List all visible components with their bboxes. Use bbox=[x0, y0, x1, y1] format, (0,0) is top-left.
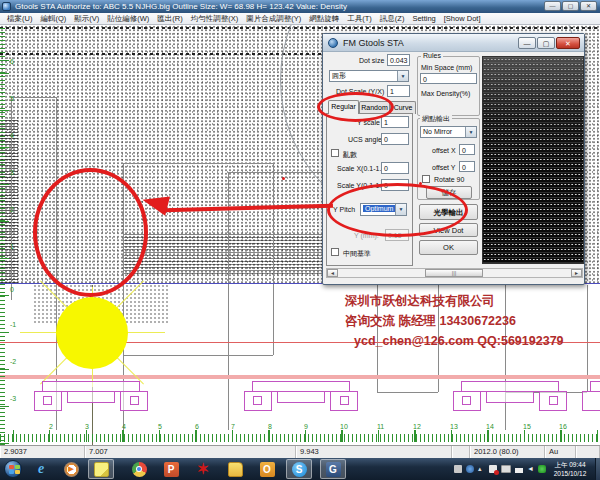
tray-briefcase-icon[interactable] bbox=[454, 465, 462, 473]
start-button[interactable] bbox=[4, 460, 22, 478]
taskbar-skype-icon[interactable]: S bbox=[286, 459, 312, 479]
dialog-titlebar[interactable]: FM Gtools STA — ▢ ✕ bbox=[323, 34, 584, 52]
menu-dot-rotate[interactable]: 網點旋轉 bbox=[305, 14, 343, 24]
taskbar-clock[interactable]: 上午 09:44 2015/10/12 bbox=[548, 460, 592, 478]
annotation-circle-regular-tab bbox=[317, 92, 394, 122]
tray-flag-icon[interactable] bbox=[489, 465, 497, 473]
cad-line bbox=[273, 163, 274, 355]
min-space-label: Min Space (mm) bbox=[421, 64, 472, 71]
menu-show-dot[interactable]: [Show Dot] bbox=[440, 14, 485, 23]
mirror-select[interactable]: No Mirror ▼ bbox=[420, 126, 477, 138]
ruler-number: 9 bbox=[304, 423, 308, 430]
ucs-angle-label: UCS angle bbox=[348, 136, 382, 143]
offset-y-input[interactable]: 0 bbox=[459, 161, 475, 172]
dialog-horizontal-scrollbar[interactable]: ◄ ||| ► bbox=[326, 268, 583, 278]
menu-info[interactable]: 訊息(Z) bbox=[376, 14, 409, 24]
cad-line bbox=[377, 392, 438, 393]
tray-volume-icon[interactable]: ◄ bbox=[527, 465, 534, 473]
taskbar-red-app-icon[interactable]: ✶ bbox=[190, 459, 216, 479]
ruler-number: -1 bbox=[10, 321, 16, 328]
taskbar-internet-explorer-icon[interactable]: e bbox=[28, 459, 54, 479]
vendor-company: 深圳市跃创达科技有限公司 bbox=[345, 291, 564, 311]
left-ruler-major-ticks bbox=[0, 25, 9, 445]
ucs-angle-input[interactable]: 0 bbox=[381, 133, 409, 145]
tray-help-icon[interactable] bbox=[466, 465, 474, 473]
y-scale-input[interactable]: 1 bbox=[381, 116, 409, 128]
ruler-number: 12 bbox=[413, 423, 421, 430]
cad-line bbox=[11, 97, 56, 98]
ruler-number: 11 bbox=[377, 423, 384, 430]
menu-view[interactable]: 顯示(V) bbox=[70, 14, 103, 24]
ruler-number: 3 bbox=[85, 423, 89, 430]
chevron-down-icon[interactable]: ▼ bbox=[397, 71, 408, 81]
taskbar-chrome-icon[interactable] bbox=[126, 459, 152, 479]
yellow-sun-marker bbox=[56, 297, 128, 369]
status-bar: 2.9037 7.007 9.943 2012.0 (80.0) Au bbox=[0, 445, 600, 458]
ruler-number: 0 bbox=[10, 286, 14, 293]
minimize-icon[interactable]: — bbox=[544, 1, 561, 11]
scroll-left-icon[interactable]: ◄ bbox=[327, 269, 338, 277]
ruler-number: 1 bbox=[10, 243, 14, 250]
clock-time: 上午 09:44 bbox=[548, 460, 592, 469]
dialog-minimize-icon[interactable]: — bbox=[518, 37, 536, 49]
ruler-number: 15 bbox=[523, 423, 531, 430]
taskbar-sticky-notes-icon[interactable] bbox=[88, 459, 114, 479]
tray-network-icon[interactable] bbox=[515, 465, 523, 473]
max-density-label: Max Density(%) bbox=[421, 90, 470, 97]
center-reference-checkbox[interactable] bbox=[331, 248, 339, 256]
annotation-circle bbox=[33, 168, 148, 297]
tray-update-icon[interactable] bbox=[538, 465, 546, 473]
connector-profile bbox=[34, 381, 148, 415]
status-empty bbox=[576, 446, 600, 458]
ruler-number: -2 bbox=[10, 358, 16, 365]
taskbar-outlook-icon[interactable]: O bbox=[254, 459, 280, 479]
menu-tools[interactable]: 工具(T) bbox=[343, 14, 376, 24]
offset-x-input[interactable]: 0 bbox=[459, 144, 475, 155]
scrollbar-thumb[interactable]: ||| bbox=[425, 269, 483, 277]
ruler-number: 10 bbox=[340, 423, 348, 430]
dash-row bbox=[0, 53, 330, 55]
dialog-app-icon bbox=[328, 38, 338, 48]
show-desktop-button[interactable] bbox=[595, 458, 600, 480]
menu-file[interactable]: 檔案(U) bbox=[3, 14, 36, 24]
status-coord-x: 2.9037 bbox=[0, 446, 85, 458]
cad-line bbox=[228, 172, 325, 173]
ruler-number: 13 bbox=[450, 423, 458, 430]
tray-show-hidden-icon[interactable]: ▴ bbox=[478, 465, 485, 473]
menu-dot-edit[interactable]: 貼位編修(W) bbox=[103, 14, 153, 24]
ok-button[interactable]: OK bbox=[419, 240, 478, 255]
chevron-down-icon[interactable]: ▼ bbox=[465, 127, 476, 137]
scale-x-input[interactable]: 0 bbox=[381, 162, 409, 174]
status-empty bbox=[452, 446, 470, 458]
dialog-title: FM Gtools STA bbox=[343, 34, 404, 52]
taskbar-media-player-icon[interactable]: ▶ bbox=[58, 459, 84, 479]
cad-line bbox=[123, 163, 273, 164]
ruler-number: 6 bbox=[195, 423, 199, 430]
rules-group-title: Rules bbox=[421, 52, 443, 59]
rotate90-label: Rotate 90 bbox=[434, 176, 464, 183]
menu-export[interactable]: 匯出(R) bbox=[153, 14, 186, 24]
ruler-number: 4 bbox=[10, 132, 14, 139]
dot-shape-select[interactable]: 圓形 ▼ bbox=[329, 70, 409, 82]
scroll-right-icon[interactable]: ► bbox=[571, 269, 582, 277]
menu-setting[interactable]: Setting bbox=[408, 14, 439, 23]
dot-size-input[interactable]: 0.043 bbox=[387, 54, 410, 66]
dot-scale-input[interactable]: 1 bbox=[387, 85, 410, 97]
dialog-close-icon[interactable]: ✕ bbox=[556, 37, 580, 49]
close-icon[interactable]: ✕ bbox=[580, 1, 597, 11]
taskbar-file-explorer-icon[interactable] bbox=[222, 459, 248, 479]
mirror-value: No Mirror bbox=[423, 128, 452, 135]
dialog-maximize-icon[interactable]: ▢ bbox=[537, 37, 555, 49]
restore-icon[interactable]: ▢ bbox=[562, 1, 579, 11]
min-space-input[interactable]: 0 bbox=[420, 73, 477, 84]
tray-battery-icon[interactable] bbox=[501, 465, 511, 473]
taskbar-gtools-icon[interactable]: G bbox=[320, 459, 346, 479]
menu-edit[interactable]: 編輯(Q) bbox=[36, 14, 70, 24]
vendor-email-qq: ycd_chen@126.com QQ:569192379 bbox=[345, 331, 564, 351]
random-checkbox[interactable] bbox=[331, 149, 339, 157]
rotate90-checkbox[interactable] bbox=[422, 175, 430, 183]
menu-image-adjust[interactable]: 圖片合成調整(Y) bbox=[242, 14, 305, 24]
window-title: Gtools STA Authorize to: ABC 5.5 NJHG.bi… bbox=[15, 0, 347, 13]
menu-uniformity[interactable]: 均勻性調整(X) bbox=[187, 14, 243, 24]
taskbar-powerpoint-icon[interactable]: P bbox=[158, 459, 184, 479]
